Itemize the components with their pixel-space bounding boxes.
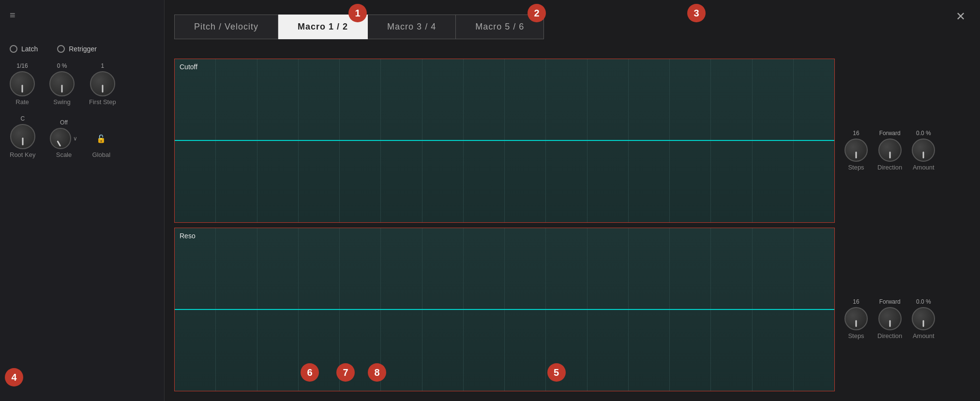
- retrigger-circle: [57, 45, 65, 53]
- tabs-container: 1 2 3 Pitch / Velocity Macro 1 / 2 Macro…: [174, 15, 970, 49]
- root-key-value: C: [20, 115, 25, 122]
- bottom-knob-row: C Root Key Off ∨ Scale 🔓: [10, 115, 154, 158]
- reso-row: Reso: [174, 228, 970, 392]
- first-step-knob-item: 1 First Step: [89, 62, 116, 106]
- cutoff-direction-label: Direction: [877, 164, 902, 171]
- scale-dropdown-icon[interactable]: ∨: [73, 135, 77, 142]
- toggle-row: Latch Retrigger: [10, 45, 154, 53]
- rate-knob[interactable]: [10, 71, 35, 96]
- cutoff-panel: Cutoff: [174, 59, 835, 223]
- badge-6: 6: [301, 363, 319, 382]
- cutoff-knob-row: 16 Steps Forward Direction 0.0 %: [844, 130, 961, 171]
- cutoff-steps-value: 16: [853, 130, 859, 137]
- cutoff-label: Cutoff: [180, 63, 197, 71]
- reso-playhead: [175, 309, 834, 310]
- tabs-row: Pitch / Velocity Macro 1 / 2 Macro 3 / 4…: [174, 15, 970, 39]
- global-label: Global: [92, 151, 110, 158]
- cutoff-steps-knob[interactable]: [844, 139, 868, 162]
- badge-5: 5: [547, 363, 566, 382]
- reso-right-section: 16 Steps Forward Direction 0.0 %: [844, 279, 961, 339]
- cutoff-amount-item: 0.0 % Amount: [912, 130, 935, 171]
- tab-pitch-velocity[interactable]: Pitch / Velocity: [174, 15, 278, 39]
- root-key-knob[interactable]: [10, 124, 35, 149]
- reso-steps-label: Steps: [848, 332, 864, 339]
- cutoff-direction-knob[interactable]: [878, 139, 902, 162]
- menu-icon[interactable]: ≡: [10, 10, 154, 21]
- lock-icon: 🔓: [96, 134, 106, 143]
- reso-steps-value: 16: [853, 298, 859, 305]
- rate-knob-item: 1/16 Rate: [10, 62, 35, 106]
- scale-label: Scale: [56, 151, 72, 158]
- badge-3: 3: [687, 4, 706, 22]
- cutoff-playhead: [175, 140, 834, 141]
- top-knob-row: 1/16 Rate 0 % Swing 1 First Step: [10, 62, 154, 106]
- reso-right-controls: 16 Steps Forward Direction 0.0 %: [835, 228, 970, 392]
- cutoff-direction-item: Forward Direction: [877, 130, 902, 171]
- main-container: ≡ Latch Retrigger 1/16 Rate 0 %: [0, 0, 980, 401]
- swing-label: Swing: [53, 98, 70, 106]
- badge-4: 4: [5, 368, 23, 386]
- root-key-label: Root Key: [10, 151, 35, 158]
- scale-value: Off: [60, 119, 68, 126]
- scale-knob-item: Off ∨ Scale: [50, 119, 77, 158]
- cutoff-steps-item: 16 Steps: [844, 130, 868, 171]
- latch-toggle[interactable]: Latch: [10, 45, 38, 53]
- rate-value: 1/16: [16, 62, 28, 69]
- main-content: ✕ 1 2 3 Pitch / Velocity Macro 1 / 2 Mac…: [165, 0, 980, 401]
- sidebar: ≡ Latch Retrigger 1/16 Rate 0 %: [0, 0, 165, 401]
- reso-label: Reso: [180, 232, 196, 240]
- global-item: 🔓 Global: [92, 119, 110, 158]
- reso-direction-item: Forward Direction: [877, 298, 902, 339]
- badge-7: 7: [336, 363, 355, 382]
- reso-knob-row: 16 Steps Forward Direction 0.0 %: [844, 298, 961, 339]
- top-knob-section: 1/16 Rate 0 % Swing 1 First Step: [10, 62, 154, 106]
- retrigger-toggle[interactable]: Retrigger: [57, 45, 97, 53]
- cutoff-amount-knob[interactable]: [912, 139, 935, 162]
- swing-value: 0 %: [57, 62, 67, 69]
- cutoff-amount-value: 0.0 %: [916, 130, 931, 137]
- scale-knob[interactable]: [50, 128, 71, 149]
- bottom-knob-section: C Root Key Off ∨ Scale 🔓: [10, 115, 154, 158]
- cutoff-right-section: 16 Steps Forward Direction 0.0 %: [844, 110, 961, 171]
- global-value: [101, 119, 102, 126]
- cutoff-row: Cutoff: [174, 59, 970, 223]
- latch-circle: [10, 45, 17, 53]
- swing-knob[interactable]: [49, 71, 75, 96]
- root-key-knob-item: C Root Key: [10, 115, 35, 158]
- reso-amount-value: 0.0 %: [916, 298, 931, 305]
- sequencer-area: Cutoff: [174, 59, 970, 391]
- retrigger-label: Retrigger: [69, 45, 97, 53]
- reso-amount-label: Amount: [913, 332, 935, 339]
- badge-8: 8: [368, 363, 386, 382]
- swing-knob-item: 0 % Swing: [49, 62, 75, 106]
- reso-panel: Reso: [174, 228, 835, 392]
- cutoff-right-controls: 16 Steps Forward Direction 0.0 %: [835, 59, 970, 223]
- reso-direction-knob[interactable]: [878, 307, 902, 330]
- latch-label: Latch: [21, 45, 38, 53]
- cutoff-amount-label: Amount: [913, 164, 935, 171]
- reso-steps-item: 16 Steps: [844, 298, 868, 339]
- reso-amount-knob[interactable]: [912, 307, 935, 330]
- tab-macro-34[interactable]: Macro 3 / 4: [368, 15, 456, 39]
- first-step-label: First Step: [89, 98, 116, 106]
- reso-amount-item: 0.0 % Amount: [912, 298, 935, 339]
- cutoff-steps-label: Steps: [848, 164, 864, 171]
- cutoff-direction-value: Forward: [879, 130, 901, 137]
- rate-label: Rate: [15, 98, 29, 106]
- reso-steps-knob[interactable]: [844, 307, 868, 330]
- badge-2: 2: [528, 4, 546, 22]
- reso-direction-label: Direction: [877, 332, 902, 339]
- reso-direction-value: Forward: [879, 298, 901, 305]
- first-step-knob[interactable]: [90, 71, 115, 96]
- first-step-value: 1: [101, 62, 104, 69]
- badge-1: 1: [348, 4, 367, 22]
